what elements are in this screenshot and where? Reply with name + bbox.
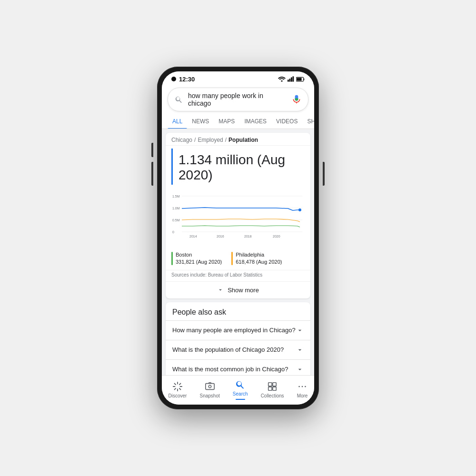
svg-rect-20 <box>205 383 214 389</box>
chart-container: 1.5M 1.0M 0.5M 0 2014 2016 2018 2020 <box>166 188 310 249</box>
legend-text-boston: Boston 331,821 (Aug 2020) <box>176 251 222 266</box>
knowledge-card: Chicago / Employed / Population 1.134 mi… <box>166 133 310 298</box>
power-button <box>323 162 325 186</box>
svg-point-19 <box>298 208 301 211</box>
svg-rect-3 <box>293 76 294 81</box>
svg-point-28 <box>305 386 306 387</box>
svg-text:2020: 2020 <box>273 235 280 238</box>
svg-rect-5 <box>304 78 305 80</box>
chart-legend: Boston 331,821 (Aug 2020) Philadelphia 6… <box>166 249 310 270</box>
svg-rect-24 <box>268 387 272 390</box>
discover-icon <box>172 381 183 392</box>
volume-up-button <box>151 143 153 157</box>
legend-philadelphia: Philadelphia 618,478 (Aug 2020) <box>231 251 282 266</box>
tab-shopping[interactable]: SHOPPING <box>302 114 314 129</box>
search-bar[interactable]: how many people work in chicago <box>168 88 308 111</box>
content-area[interactable]: Chicago / Employed / Population 1.134 mi… <box>162 129 314 375</box>
tab-maps[interactable]: MAPS <box>214 114 239 129</box>
svg-text:2018: 2018 <box>244 235 252 238</box>
nav-search-label: Search <box>233 391 248 397</box>
nav-more[interactable]: More <box>292 380 313 399</box>
chevron-down-icon <box>217 287 224 293</box>
phone-device: 12:30 <box>157 67 319 409</box>
nav-discover-label: Discover <box>169 393 187 398</box>
svg-text:2016: 2016 <box>217 235 224 238</box>
svg-rect-25 <box>273 387 276 390</box>
breadcrumb-sep1: / <box>194 137 196 143</box>
svg-text:0.5M: 0.5M <box>172 218 180 222</box>
search-query-text: how many people work in chicago <box>188 92 287 107</box>
legend-text-philadelphia: Philadelphia 618,478 (Aug 2020) <box>236 251 282 266</box>
svg-rect-23 <box>273 382 276 386</box>
svg-rect-2 <box>291 78 292 82</box>
snapshot-icon <box>205 381 215 392</box>
status-left: 12:30 <box>171 76 195 83</box>
paa-question-1: How many people are employed in Chicago? <box>172 327 296 334</box>
svg-rect-6 <box>297 78 302 80</box>
collections-icon <box>267 381 278 392</box>
svg-point-26 <box>298 386 300 387</box>
search-bar-container: how many people work in chicago <box>162 85 314 114</box>
show-more-label: Show more <box>228 287 259 294</box>
svg-text:1.0M: 1.0M <box>172 207 180 210</box>
svg-text:2014: 2014 <box>189 235 197 238</box>
legend-city-philadelphia: Philadelphia <box>236 251 282 258</box>
signal-icon <box>288 76 294 82</box>
tab-all[interactable]: ALL <box>168 114 187 129</box>
breadcrumb: Chicago / Employed / Population <box>166 133 310 146</box>
breadcrumb-category: Employed <box>198 137 223 143</box>
nav-collections[interactable]: Collections <box>256 380 289 399</box>
nav-snapshot-label: Snapshot <box>200 393 220 398</box>
breadcrumb-sub: Population <box>228 137 258 143</box>
nav-more-label: More <box>297 393 308 398</box>
battery-icon <box>296 77 305 82</box>
status-right <box>278 76 305 82</box>
svg-text:1.5M: 1.5M <box>172 195 180 198</box>
search-tabs: ALL NEWS MAPS IMAGES VIDEOS SHOPPING <box>162 114 314 129</box>
nav-collections-label: Collections <box>261 393 284 398</box>
nav-discover[interactable]: Discover <box>164 380 192 399</box>
nav-active-indicator <box>236 399 245 400</box>
paa-question-2: What is the population of Chicago 2020? <box>172 346 296 353</box>
paa-item-1[interactable]: How many people are employed in Chicago? <box>166 320 310 340</box>
chevron-down-icon-2 <box>296 346 304 354</box>
phone-screen: 12:30 <box>162 71 314 405</box>
nav-snapshot[interactable]: Snapshot <box>195 380 225 399</box>
chevron-down-icon-3 <box>296 366 304 373</box>
status-time: 12:30 <box>179 76 195 83</box>
more-icon <box>297 381 307 392</box>
svg-rect-1 <box>289 79 291 81</box>
legend-boston: Boston 331,821 (Aug 2020) <box>171 251 222 266</box>
breadcrumb-city: Chicago <box>171 137 192 143</box>
legend-value-boston: 331,821 (Aug 2020) <box>176 258 222 266</box>
svg-point-21 <box>208 385 211 388</box>
paa-question-3: What is the most common job in Chicago? <box>172 366 296 373</box>
legend-color-boston <box>171 252 173 265</box>
legend-value-philadelphia: 618,478 (Aug 2020) <box>236 258 282 266</box>
paa-item-2[interactable]: What is the population of Chicago 2020? <box>166 340 310 359</box>
legend-city-boston: Boston <box>176 251 222 258</box>
camera-dot <box>171 77 176 81</box>
tab-videos[interactable]: VIDEOS <box>271 114 302 129</box>
stat-value: 1.134 million (Aug 2020) <box>171 149 305 185</box>
search-icon <box>175 95 183 104</box>
svg-point-27 <box>302 386 303 387</box>
breadcrumb-sep2: / <box>225 137 227 143</box>
sources-text: Sources include: Bureau of Labor Statist… <box>166 270 310 281</box>
svg-rect-22 <box>268 382 272 386</box>
volume-down-button <box>151 162 153 186</box>
wifi-icon <box>278 76 286 82</box>
bottom-nav: Discover Snapshot Search <box>162 375 314 405</box>
employment-chart: 1.5M 1.0M 0.5M 0 2014 2016 2018 2020 <box>171 189 305 246</box>
paa-title: People also ask <box>166 302 310 320</box>
paa-section: People also ask How many people are empl… <box>166 302 310 375</box>
tab-images[interactable]: IMAGES <box>239 114 271 129</box>
paa-item-3[interactable]: What is the most common job in Chicago? <box>166 359 310 375</box>
tab-news[interactable]: NEWS <box>187 114 214 129</box>
svg-text:0: 0 <box>172 230 174 234</box>
nav-search[interactable]: Search <box>228 378 253 401</box>
legend-color-philadelphia <box>231 252 233 265</box>
mic-icon[interactable] <box>292 95 301 104</box>
search-nav-icon <box>235 379 246 390</box>
show-more-button[interactable]: Show more <box>166 281 310 298</box>
